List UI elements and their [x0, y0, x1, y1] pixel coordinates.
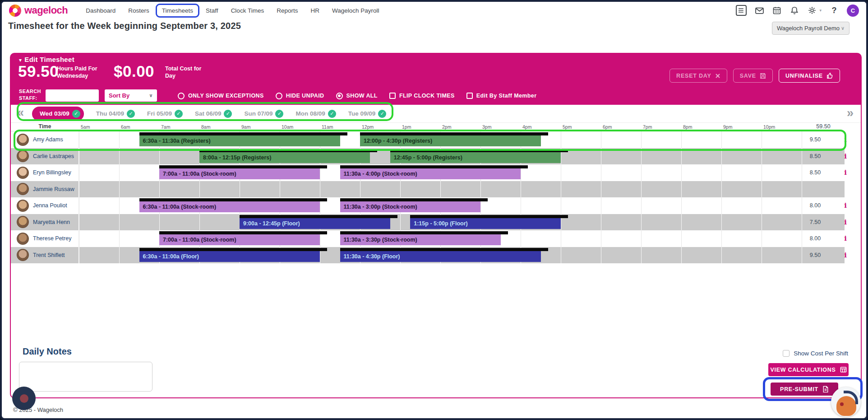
day-total-hours: 59.50 [802, 123, 845, 130]
help-icon[interactable]: ? [829, 5, 839, 15]
clock-times-strip [240, 215, 397, 218]
shift-bar[interactable]: 7:00a - 11:00a (Stock-room) [159, 168, 320, 179]
hour-label-7pm: 7pm [643, 124, 652, 130]
sort-by-select[interactable]: Sort By ∨ [105, 89, 157, 102]
radio-show-all[interactable]: SHOW ALL [336, 93, 378, 99]
shift-hours-value: 8.50 [802, 164, 829, 181]
clock-times-strip [159, 165, 327, 168]
day-tab-tue-09-09[interactable]: Tue 09/09✓ [348, 110, 387, 118]
check-icon: ✓ [275, 110, 283, 118]
shift-bar[interactable]: 1:15p - 5:00p (Floor) [410, 218, 561, 229]
shift-bar[interactable]: 6:30a - 11:00a (Floor) [139, 251, 320, 262]
nav-item-dashboard[interactable]: Dashboard [86, 7, 115, 14]
shift-bar[interactable]: 9:00a - 12:45p (Floor) [240, 218, 390, 229]
staff-cell: Trent Shiflett [11, 247, 79, 264]
nav-item-clock-times[interactable]: Clock Times [231, 7, 264, 14]
shift-bar[interactable]: 11:30a - 3:00p (Stock-room) [340, 201, 481, 212]
prev-week-chevrons[interactable]: « [17, 107, 24, 119]
day-tab-thu-04-09[interactable]: Thu 04/09✓ [96, 110, 135, 118]
day-tab-mon-08-09[interactable]: Mon 08/09✓ [295, 110, 336, 118]
info-icon[interactable]: i [837, 197, 854, 214]
nav-item-staff[interactable]: Staff [206, 7, 218, 14]
day-tab-sat-06-09[interactable]: Sat 06/09✓ [195, 110, 232, 118]
tasks-icon[interactable] [736, 5, 747, 16]
info-icon[interactable]: i [837, 214, 854, 231]
day-tabs-bar: « Wed 03/09✓Thu 04/09✓Fri 05/09✓Sat 06/0… [11, 105, 861, 123]
calendar-icon[interactable] [772, 5, 782, 15]
nav-item-rosters[interactable]: Rosters [128, 7, 149, 14]
company-select[interactable]: Wageloch Payroll Demo ∨ [772, 22, 850, 35]
check-icon: ✓ [72, 110, 80, 118]
info-icon[interactable]: i [837, 247, 854, 264]
bell-icon[interactable] [790, 5, 799, 15]
staff-name: Carlie Lastrapes [33, 153, 74, 159]
shift-bar[interactable]: 11:30a - 3:30p (Stock-room) [340, 234, 501, 245]
day-tab-sun-07-09[interactable]: Sun 07/09✓ [244, 110, 283, 118]
wageloch-logo[interactable]: wageloch [9, 5, 68, 17]
clock-times-strip [340, 231, 508, 234]
timesheet-rows: Amy Adams6:30a - 11:30a (Registers)12:00… [11, 131, 845, 263]
save-button[interactable]: SAVE [733, 69, 773, 83]
shift-bar[interactable]: 11:30a - 4:00p (Stock-room) [340, 168, 521, 179]
pre-submit-button[interactable]: PRE-SUBMIT [771, 383, 838, 396]
hour-label-12pm: 12pm [362, 124, 374, 130]
daily-notes-textarea[interactable] [19, 362, 152, 392]
shift-hours-value: 8.00 [802, 230, 829, 247]
shift-hours-value: 9.50 [802, 131, 829, 148]
radio-indicator[interactable] [336, 93, 343, 99]
radio-only-show-exceptions[interactable]: ONLY SHOW EXCEPTIONS [178, 93, 264, 99]
nav-item-reports[interactable]: Reports [277, 7, 298, 14]
day-tab-label: Wed 03/09 [40, 110, 69, 117]
save-label: SAVE [740, 73, 756, 79]
staff-name: Jenna Pouliot [33, 202, 67, 209]
radio-indicator[interactable] [178, 93, 185, 99]
shift-bar[interactable]: 8:00a - 12:15p (Registers) [199, 152, 370, 163]
timesheet-row-therese-petrey: Therese Petrey7:00a - 11:00a (Stock-room… [11, 230, 845, 247]
shift-bar[interactable]: 12:00p - 4:30p (Registers) [360, 135, 541, 146]
show-cost-per-shift[interactable]: Show Cost Per Shift [783, 350, 848, 357]
day-tab-wed-03-09[interactable]: Wed 03/09✓ [32, 107, 84, 121]
search-staff-input[interactable] [46, 89, 99, 102]
nav-item-hr[interactable]: HR [310, 7, 319, 14]
shift-bar[interactable]: 6:30a - 11:30a (Registers) [139, 135, 340, 146]
avatar [17, 167, 29, 179]
checkbox-indicator[interactable] [466, 93, 473, 99]
chat-widget-mascot[interactable] [831, 387, 861, 417]
check-icon: ✓ [175, 110, 183, 118]
info-icon[interactable]: i [837, 164, 854, 181]
gear-icon[interactable] [807, 5, 817, 15]
wageloch-logo-icon [9, 5, 21, 17]
clock-times-strip [139, 248, 328, 251]
timesheet-row-trent-shiflett: Trent Shiflett6:30a - 11:00a (Floor)11:3… [11, 247, 845, 264]
day-tab-label: Mon 08/09 [295, 110, 325, 117]
show-cost-checkbox[interactable] [783, 350, 790, 357]
radio-hide-unpaid[interactable]: HIDE UNPAID [276, 93, 324, 99]
mail-icon[interactable] [754, 5, 764, 15]
nav-item-wageloch-payroll[interactable]: Wageloch Payroll [332, 7, 379, 14]
checkbox-indicator[interactable] [389, 93, 396, 99]
shift-bar[interactable]: 11:30a - 4:30p (Floor) [340, 251, 541, 262]
unfinalise-button[interactable]: UNFINALISE [779, 69, 840, 83]
radio-indicator[interactable] [276, 93, 282, 99]
staff-cell: Amy Adams [11, 131, 79, 148]
filter-label: SHOW ALL [346, 93, 378, 99]
view-calculations-button[interactable]: VIEW CALCULATIONS [768, 363, 849, 376]
view-calculations-label: VIEW CALCULATIONS [771, 367, 836, 373]
user-avatar[interactable]: C [847, 5, 859, 17]
info-icon[interactable]: i [837, 230, 854, 247]
company-select-value: Wageloch Payroll Demo [777, 25, 840, 32]
shift-bar[interactable]: 12:45p - 5:00p (Registers) [390, 152, 561, 163]
reset-day-button[interactable]: RESET DAY [669, 69, 727, 83]
next-week-chevrons[interactable]: » [847, 107, 854, 119]
checkbox-flip-clock-times[interactable]: FLIP CLOCK TIMES [389, 93, 455, 99]
shift-bar[interactable]: 7:00a - 11:00a (Stock-room) [159, 234, 320, 245]
info-icon[interactable]: i [837, 131, 854, 148]
shift-bar[interactable]: 6:30a - 11:00a (Stock-room) [139, 201, 320, 212]
day-tab-fri-05-09[interactable]: Fri 05/09✓ [147, 110, 183, 118]
info-icon[interactable]: i [837, 148, 854, 165]
table-icon [840, 366, 847, 373]
checkbox-edit-by-staff-member[interactable]: Edit By Staff Member [466, 93, 537, 99]
nav-item-timesheets[interactable]: Timesheets [162, 7, 193, 14]
pre-submit-label: PRE-SUBMIT [780, 386, 818, 392]
gear-caret-icon: ▾ [819, 8, 822, 13]
